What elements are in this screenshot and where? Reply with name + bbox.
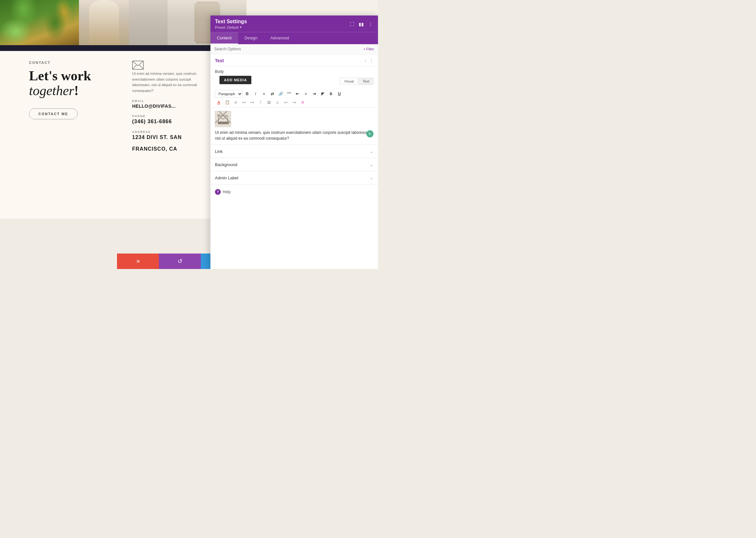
panel-preset-label: Preset: Default (215, 26, 238, 29)
special-chars-button[interactable]: Ω (265, 98, 273, 106)
section-more-icon[interactable]: ⋮ (369, 58, 373, 63)
table-button[interactable]: ◤ (319, 90, 326, 98)
reset-button[interactable]: ↺ (159, 253, 201, 269)
preset-arrow-icon: ▾ (240, 25, 242, 29)
underline-button[interactable]: U (335, 90, 343, 98)
contact-heading: Let's work together! (29, 68, 119, 98)
link-section[interactable]: Link ⌄ (211, 144, 378, 158)
editor-refresh-icon[interactable]: ↻ (366, 130, 373, 137)
section-header-icons: ↑ ⋮ (364, 58, 373, 63)
view-toggle: Visual Text (340, 78, 373, 85)
search-bar: + Filter (211, 44, 378, 54)
search-input[interactable] (214, 47, 363, 51)
panel-preset[interactable]: Preset: Default ▾ (215, 25, 247, 29)
blockquote-button[interactable]: “” (285, 90, 293, 98)
admin-label-chevron-icon: ⌄ (370, 175, 373, 180)
italic-alt-button[interactable]: a (232, 98, 239, 106)
help-text[interactable]: Help (223, 189, 231, 194)
paragraph-select[interactable]: Paragraph Heading 1 Heading 2 (215, 90, 243, 98)
panel-header: Text Settings Preset: Default ▾ ⛶ ▮▮ ⋮ (211, 16, 378, 32)
toolbar-row-1: Paragraph Heading 1 Heading 2 B I ≡ ⇄ 🔗 … (215, 90, 373, 98)
tab-advanced[interactable]: Advanced (264, 32, 296, 44)
add-media-row: ADD MEDIA Visual Text (211, 76, 378, 89)
text-color-button[interactable]: A (215, 98, 223, 106)
visual-view-button[interactable]: Visual (340, 78, 358, 85)
editor-text-content[interactable]: Ut enim ad minima veniam, quis nostrum e… (215, 130, 373, 141)
align-left-button[interactable]: ⇤ (294, 90, 301, 98)
admin-label-section-title: Admin Label (215, 176, 238, 180)
panel-title-area: Text Settings Preset: Default ▾ (215, 19, 247, 29)
text-section-header: Text ↑ ⋮ (211, 54, 378, 66)
editor-area[interactable]: ✕ Ut enim ad minima veniam, quis nostrum… (211, 108, 378, 144)
align-right-button[interactable]: ⇥ (310, 90, 318, 98)
tab-design[interactable]: Design (238, 32, 264, 44)
collapse-icon[interactable]: ↑ (364, 58, 366, 63)
contact-heading-line1: Let's work (29, 68, 91, 83)
undo-button[interactable]: ↩ (282, 98, 290, 106)
link-button[interactable]: 🔗 (277, 90, 285, 98)
strikethrough-button[interactable]: S (327, 90, 335, 98)
background-section-title: Background (215, 162, 237, 167)
add-media-button[interactable]: ADD MEDIA (219, 76, 251, 84)
bold-button[interactable]: B (243, 90, 251, 98)
ordered-list-button[interactable]: ⇄ (268, 90, 276, 98)
contact-label: CONTACT (29, 61, 119, 65)
body-label: Body (211, 66, 378, 76)
panel-title: Text Settings (215, 19, 247, 25)
link-chevron-icon: ⌄ (370, 149, 373, 154)
settings-panel: Text Settings Preset: Default ▾ ⛶ ▮▮ ⋮ C… (211, 16, 378, 269)
editor-toolbar: Paragraph Heading 1 Heading 2 B I ≡ ⇄ 🔗 … (211, 89, 378, 108)
columns-icon[interactable]: ▮▮ (358, 21, 364, 27)
toolbar-row-2: A 📋 a ↦ ↦ ⤴ Ω ☺ ↩ ↪ ⨯ (215, 98, 373, 106)
paste-button[interactable]: 📋 (223, 98, 231, 106)
gallery-item-fashion (129, 0, 167, 45)
indent-button[interactable]: ↦ (249, 98, 256, 106)
contact-heading-punctuation: ! (74, 83, 79, 98)
more-options-icon[interactable]: ⋮ (368, 21, 373, 27)
fullscreen-editor-button[interactable]: ⤴ (257, 98, 264, 106)
text-section-title: Text (215, 58, 224, 63)
special-link-button[interactable]: ⨯ (299, 98, 307, 106)
help-icon: ? (215, 189, 221, 195)
align-center-button[interactable]: ≡ (302, 90, 310, 98)
contact-body-text: Ut enim ad minima veniam, quis nostrum e… (132, 71, 210, 93)
contact-me-button[interactable]: CONTACT ME (29, 108, 78, 119)
panel-header-icons: ⛶ ▮▮ ⋮ (349, 21, 373, 27)
background-chevron-icon: ⌄ (370, 162, 373, 167)
tab-content[interactable]: Content (211, 32, 238, 44)
link-section-title: Link (215, 149, 223, 154)
panel-body: Text ↑ ⋮ Body ADD MEDIA Visual Text Para… (211, 54, 378, 269)
text-view-button[interactable]: Text (359, 78, 373, 85)
svg-line-2 (140, 65, 143, 69)
fullscreen-icon[interactable]: ⛶ (349, 21, 355, 27)
background-section[interactable]: Background ⌄ (211, 158, 378, 171)
redo-toolbar-button[interactable]: ↪ (290, 98, 298, 106)
reset-icon: ↺ (177, 258, 182, 265)
svg-line-1 (132, 65, 136, 69)
contact-left-column: CONTACT Let's work together! CONTACT ME (29, 61, 119, 209)
editor-image-placeholder: ✕ (215, 111, 231, 127)
emoji-button[interactable]: ☺ (274, 98, 281, 106)
panel-tabs: Content Design Advanced (211, 32, 378, 44)
admin-label-section[interactable]: Admin Label ⌄ (211, 171, 378, 184)
outdent-button[interactable]: ↦ (240, 98, 248, 106)
unordered-list-button[interactable]: ≡ (260, 90, 268, 98)
contact-heading-line2: together (29, 83, 74, 98)
cancel-button[interactable]: ✕ (117, 253, 159, 269)
help-section: ? Help (211, 184, 378, 199)
italic-button[interactable]: I (252, 90, 260, 98)
gallery-item-leaf (0, 0, 79, 45)
filter-button[interactable]: + Filter (363, 47, 374, 51)
cancel-icon: ✕ (136, 258, 140, 264)
gallery-item-building (79, 0, 129, 45)
